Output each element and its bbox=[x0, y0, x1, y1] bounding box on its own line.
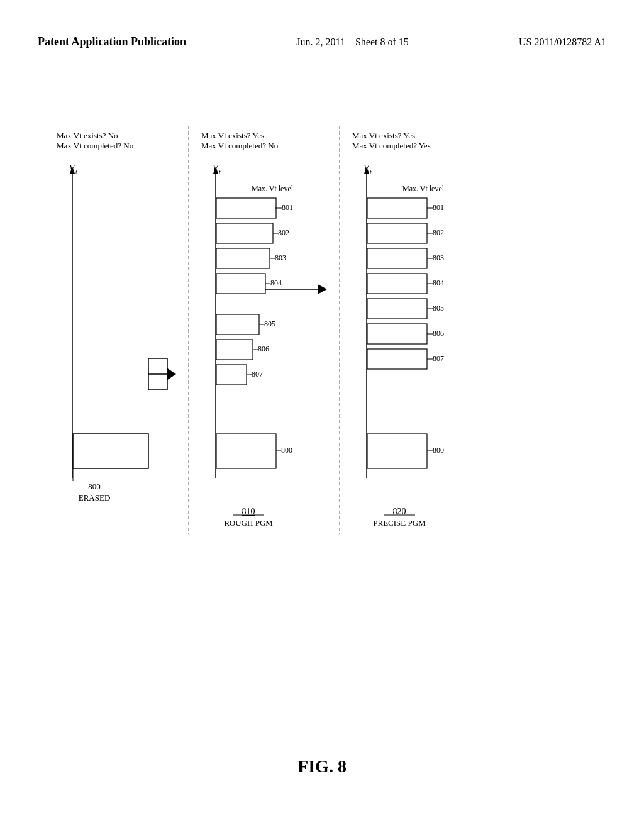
rough-label-800: 800 bbox=[281, 446, 292, 455]
precise-maxvt-label: Max. Vt level bbox=[402, 184, 445, 193]
precise-cell-801 bbox=[367, 198, 427, 218]
precise-cell-804 bbox=[367, 274, 427, 294]
rough-label-802: 802 bbox=[278, 228, 289, 237]
rough-label-805: 805 bbox=[264, 319, 275, 328]
rough-cell-801 bbox=[216, 198, 276, 218]
rough-cell-800 bbox=[216, 434, 276, 468]
rough-arrow-right bbox=[318, 284, 327, 294]
erased-vt-sub: t bbox=[75, 169, 77, 175]
rough-label-807: 807 bbox=[252, 370, 263, 379]
precise-cond2: Max Vt completed? Yes bbox=[352, 141, 431, 150]
erased-800-label: 800 bbox=[88, 482, 101, 491]
rough-vt-sub: t bbox=[219, 169, 221, 175]
erased-label: ERASED bbox=[79, 493, 111, 502]
precise-cell-800 bbox=[367, 434, 427, 468]
diagram-area: Max Vt exists? No Max Vt completed? No V… bbox=[38, 126, 606, 704]
rough-cond2: Max Vt completed? No bbox=[201, 141, 278, 150]
precise-cell-802 bbox=[367, 223, 427, 243]
erased-cond1: Max Vt exists? No bbox=[57, 131, 118, 140]
precise-label-801: 801 bbox=[433, 203, 444, 212]
precise-cell-807 bbox=[367, 349, 427, 369]
precise-label-805: 805 bbox=[433, 304, 444, 313]
rough-cell-807 bbox=[216, 365, 247, 385]
precise-label-807: 807 bbox=[433, 354, 444, 363]
rough-pgm-label: ROUGH PGM bbox=[224, 518, 273, 528]
rough-cell-805 bbox=[216, 314, 259, 335]
precise-cell-806 bbox=[367, 324, 427, 344]
precise-label-803: 803 bbox=[433, 253, 444, 262]
precise-label-802: 802 bbox=[433, 228, 444, 237]
precise-cell-805 bbox=[367, 299, 427, 319]
rough-cell-804 bbox=[216, 274, 265, 294]
header-center: Jun. 2, 2011 Sheet 8 of 15 bbox=[296, 35, 409, 50]
precise-label-806: 806 bbox=[433, 329, 444, 338]
precise-cond1: Max Vt exists? Yes bbox=[352, 131, 415, 140]
erased-arrow-right bbox=[167, 368, 176, 380]
publication-title: Patent Application Publication bbox=[38, 35, 186, 49]
rough-cell-802 bbox=[216, 223, 273, 243]
precise-vt-sub: t bbox=[370, 169, 372, 175]
precise-label-804: 804 bbox=[433, 279, 444, 287]
rough-label-801: 801 bbox=[282, 203, 293, 212]
precise-label-800: 800 bbox=[433, 446, 444, 455]
patent-number: US 2011/0128782 A1 bbox=[519, 35, 606, 50]
figure-caption: FIG. 8 bbox=[0, 756, 644, 777]
main-diagram: Max Vt exists? No Max Vt completed? No V… bbox=[38, 126, 604, 616]
erased-cell-block bbox=[73, 434, 148, 468]
rough-cell-803 bbox=[216, 248, 270, 268]
rough-label-806: 806 bbox=[258, 345, 269, 353]
sheet-info: Sheet 8 of 15 bbox=[355, 36, 409, 47]
rough-label-804: 804 bbox=[270, 279, 282, 287]
figure-caption-text: FIG. 8 bbox=[297, 756, 347, 776]
precise-cell-803 bbox=[367, 248, 427, 268]
rough-label-803: 803 bbox=[275, 253, 286, 262]
rough-cell-806 bbox=[216, 340, 253, 360]
publication-date: Jun. 2, 2011 bbox=[296, 36, 345, 47]
rough-maxvt-label: Max. Vt level bbox=[252, 184, 294, 193]
precise-pgm-label: PRECISE PGM bbox=[373, 518, 426, 528]
rough-cond1: Max Vt exists? Yes bbox=[201, 131, 264, 140]
erased-cond2: Max Vt completed? No bbox=[57, 141, 133, 150]
header: Patent Application Publication Jun. 2, 2… bbox=[0, 0, 644, 50]
